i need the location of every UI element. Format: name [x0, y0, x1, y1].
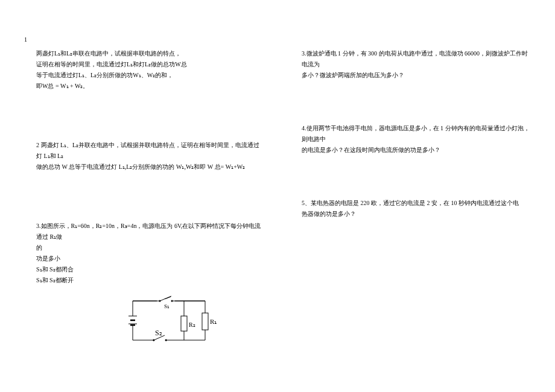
text-line: 4.使用两节干电池得手电筒，器电源电压是多小，在 1 分钟内有的电荷量通过小灯泡…	[302, 123, 531, 145]
text-line: 3.如图所示，R₁=60n，R₂=10n，R₃=4n，电源电压为 6V,在以下两…	[36, 221, 265, 242]
problem-3-left: 3.如图所示，R₁=60n，R₂=10n，R₃=4n，电源电压为 6V,在以下两…	[36, 221, 265, 353]
svg-rect-26	[181, 316, 187, 331]
text-line: S₁和 S₂都断开	[36, 275, 265, 286]
circuit-diagram: S₁ S₂ R₂ R₁	[127, 295, 265, 353]
text-line: 证明在相等的时间里，电流通过灯L₁和灯L₂做的总功W总	[36, 59, 265, 70]
right-column: 3.微波炉通电 1 分钟，有 300 的电荷从电路中通过，电流做功 66000，…	[302, 36, 531, 377]
label-r2: R₂	[189, 321, 195, 328]
text-line: 3.微波炉通电 1 分钟，有 300 的电荷从电路中通过，电流做功 66000，…	[302, 48, 531, 70]
problem-5: 5、某电热器的电阻是 220 欧，通过它的电流是 2 安，在 10 秒钟内电流通…	[302, 198, 531, 220]
label-s2: S₂	[155, 329, 162, 337]
left-column: 两盏灯L₁和L₂串联在电路中，试根据串联电路的特点， 证明在相等的时间里，电流通…	[36, 36, 265, 377]
svg-rect-27	[202, 313, 208, 330]
problem-2: 2 两盏灯 L₁、L₂并联在电路中，试根据并联电路特点，证明在相等时间里，电流通…	[36, 140, 265, 172]
text-line: 热器做的功是多小？	[302, 209, 531, 220]
problem-4: 4.使用两节干电池得手电筒，器电源电压是多小，在 1 分钟内有的电荷量通过小灯泡…	[302, 123, 531, 156]
text-line: 即W总 = W₁ + W₂。	[36, 81, 265, 92]
page-body: 两盏灯L₁和L₂串联在电路中，试根据串联电路的特点， 证明在相等的时间里，电流通…	[0, 0, 555, 389]
problem-1: 两盏灯L₁和L₂串联在电路中，试根据串联电路的特点， 证明在相等的时间里，电流通…	[36, 48, 265, 92]
label-s1: S₁	[164, 303, 170, 309]
text-line: 5、某电热器的电阻是 220 欧，通过它的电流是 2 安，在 10 秒钟内电流通…	[302, 198, 531, 209]
text-line: 2 两盏灯 L₁、L₂并联在电路中，试根据并联电路特点，证明在相等时间里，电流通…	[36, 140, 265, 162]
text-line: 的	[36, 242, 265, 253]
problem-3-right: 3.微波炉通电 1 分钟，有 300 的电荷从电路中通过，电流做功 66000，…	[302, 48, 531, 81]
text-line: 两盏灯L₁和L₂串联在电路中，试根据串联电路的特点，	[36, 48, 265, 59]
text-line: 做的总功 W 总等于电流通过灯 L₁,L₂分别所做的功的 W₁,W₂和即 W 总…	[36, 162, 265, 172]
text-line: 的电流是多小？在这段时间内电流所做的功是多小？	[302, 145, 531, 156]
svg-point-24	[165, 340, 167, 341]
text-line: 功是多小	[36, 253, 265, 264]
svg-rect-22	[154, 338, 166, 343]
text-line: 多小？微波炉两端所加的电压为多小？	[302, 70, 531, 81]
label-r1: R₁	[210, 318, 217, 325]
text-line: 等于电流通过灯L₁、L₂分别所做的功W₁、W₂的和，	[36, 70, 265, 81]
page-number: 1	[24, 36, 27, 43]
text-line: S₁和 S₂都闭合	[36, 264, 265, 275]
